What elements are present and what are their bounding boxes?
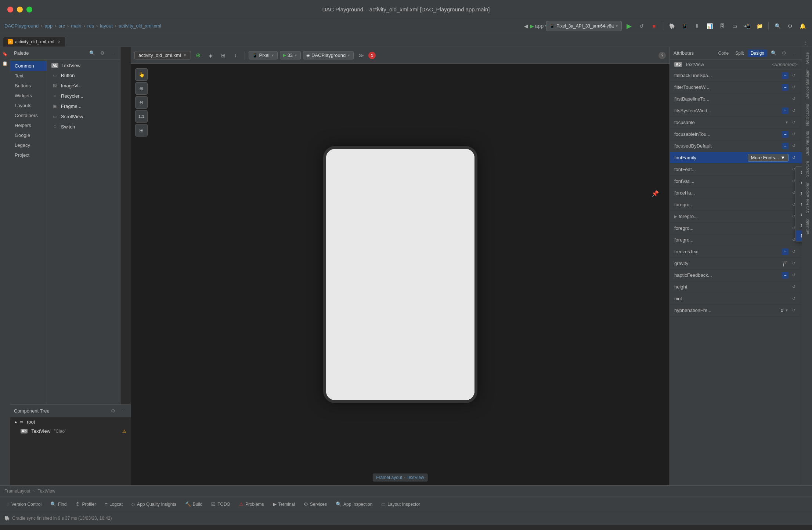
palette-item-recyclerview[interactable]: ≡ Recycler... [48,91,119,101]
font-option-serif[interactable]: serif [796,167,802,177]
emulator-strip[interactable]: Emulator [804,216,810,237]
zoom-out-tool[interactable]: ⊖ [135,96,148,109]
inner-breadcrumb-textview[interactable]: TextView [38,489,55,494]
attr-minimize[interactable]: − [791,50,798,57]
device-select[interactable]: 📱 Pixel ▼ [249,51,278,59]
notifications-strip[interactable]: Notifications [804,102,810,128]
problems-btn[interactable]: ⚠ Problems [235,500,268,508]
attr-row-fontfamily[interactable]: fontFamily More Fonts... ▼ serif monospa… [670,152,802,164]
bookmarks-strip[interactable]: 🔖 [1,50,9,58]
cat-helpers[interactable]: Helpers [10,120,47,130]
terminal-btn[interactable]: ▶ Terminal [269,500,299,508]
attr-minus-focusableintou[interactable]: − [782,131,788,138]
attr-settings[interactable]: ⚙ [780,50,788,57]
design-view-btn[interactable]: Design [748,50,767,57]
font-option-sans-serif-smallcaps[interactable]: sans-serif-smallcaps [796,220,802,230]
notifications-button[interactable]: 🔔 [797,21,808,31]
palette-item-switch[interactable]: ⊙ Switch [48,121,119,132]
attr-reset-fallback[interactable]: ↺ [790,72,797,79]
attr-reset-focusedbydefault[interactable]: ↺ [790,142,797,150]
split-view-btn[interactable]: Split [732,50,747,57]
database-button[interactable]: 🗄 [717,21,727,31]
breadcrumb-file[interactable]: activity_old_xml.xml [119,23,161,29]
attr-search[interactable]: 🔍 [770,50,777,57]
orientation-btn[interactable]: ⊞ [218,50,228,61]
attr-minus-freezestext[interactable]: − [782,248,788,255]
tab-close[interactable]: × [58,39,61,44]
attr-reset-hapticfeedback[interactable]: ↺ [790,272,797,279]
svn-file-explorer-strip[interactable]: Svn File Explorer [804,180,810,215]
run-button[interactable]: ▶ [624,21,634,31]
cat-common[interactable]: Common [10,61,47,71]
breadcrumb-app[interactable]: app [45,23,53,29]
device-dropdown[interactable]: 📱 Pixel_3a_API_33_arm64-v8a ▼ [546,21,622,31]
blueprint-btn[interactable]: ⊕ [193,50,203,61]
build-variants-strip[interactable]: Build Variants [804,129,810,158]
tree-root[interactable]: ▸ ▭ root [10,417,131,426]
gradle-sync[interactable]: 🐘 [667,21,677,31]
attr-minus-hapticfeedback[interactable]: − [782,272,788,279]
todo-btn[interactable]: ☑ TODO [207,500,234,508]
rerun-button[interactable]: ↺ [636,21,647,31]
attr-reset-fontfamily[interactable]: ↺ [790,154,797,161]
palette-item-textview[interactable]: Ab TextView [48,61,119,70]
find-btn[interactable]: 🔍 Find [47,500,70,508]
cat-google[interactable]: Google [10,130,47,140]
palette-item-scrollview[interactable]: ▭ ScrollView [48,111,119,121]
layout-inspector-btn[interactable]: ▭ Layout Inspector [378,500,424,508]
app-dropdown[interactable]: ▶ app ▼ [534,21,544,31]
fit-screen-tool[interactable]: ⊞ [135,124,148,137]
cat-layouts[interactable]: Layouts [10,101,47,110]
file-tab[interactable]: X activity_old_xml.xml × [3,37,65,47]
breadcrumb-dacplayground[interactable]: DACPlayground [4,23,39,29]
cat-widgets[interactable]: Widgets [10,91,47,101]
breadcrumb-res[interactable]: res [87,23,94,29]
tab-options-button[interactable]: ⋮ [801,38,809,47]
canvas-breadcrumb-framelayout[interactable]: FrameLayout [376,475,402,480]
palette-item-imageview[interactable]: 🖼 ImageVi... [48,80,119,91]
zoom-tool[interactable]: ⊕ [135,82,148,95]
breadcrumb-layout[interactable]: layout [100,23,113,29]
cat-text[interactable]: Text [10,71,47,81]
breadcrumb-main[interactable]: main [71,23,81,29]
app-inspection-btn[interactable]: 🔍 App Inspection [332,500,376,508]
attr-reset-focusable[interactable]: ↺ [790,119,797,126]
gradle-strip[interactable]: Gradle [804,50,810,66]
attr-reset-height[interactable]: ↺ [790,283,797,291]
device-file[interactable]: 📁 [754,21,765,31]
code-view-btn[interactable]: Code [715,50,732,57]
profiler-btn[interactable]: ⏱ Profiler [72,500,100,508]
palette-search[interactable]: 🔍 [89,50,96,57]
attr-minus-fitssystem[interactable]: − [782,108,788,114]
device-manager-strip[interactable]: Device Manager [804,67,810,101]
design-surface-btn[interactable]: ◈ [206,50,216,61]
attr-reset-focusableintou[interactable]: ↺ [790,131,797,138]
zoom-ratio[interactable]: 1:1 [135,110,148,123]
cat-containers[interactable]: Containers [10,110,47,120]
canvas-breadcrumb-textview[interactable]: TextView [407,475,424,480]
search-everywhere[interactable]: 🔍 [772,21,783,31]
close-button[interactable] [7,7,13,12]
attr-reset-fitssystem[interactable]: ↺ [790,107,797,115]
cat-project[interactable]: Project [10,150,47,160]
attr-minus-filter[interactable]: − [782,84,788,91]
attr-reset-freezestext[interactable]: ↺ [790,248,797,255]
palette-item-button[interactable]: ▭ Button [48,70,119,80]
palette-minimize[interactable]: − [109,50,116,57]
structure-strip[interactable]: 📋 [1,59,9,68]
app-quality-btn[interactable]: ◇ App Quality Insights [128,500,180,508]
attr-reset-firstbaseline[interactable]: ↺ [790,95,797,103]
project-select[interactable]: ◉ DACPlayground ▼ [303,51,354,59]
tree-textview[interactable]: Ab TextView "Ciao" ⚠ [16,426,131,436]
attr-minus-focusedbydefault[interactable]: − [782,143,788,149]
palette-settings[interactable]: ⚙ [99,50,106,57]
variant-btn[interactable]: ≫ [356,50,366,61]
api-select[interactable]: ▶ 33 ▼ [280,51,301,59]
breadcrumb-src[interactable]: src [59,23,65,29]
help-button[interactable]: ? [658,52,666,59]
font-option-casual[interactable]: casual [796,199,802,209]
minimize-button[interactable] [17,7,23,12]
pan-tool[interactable]: 👆 [135,68,148,81]
version-control-btn[interactable]: ⑂ Version Control [3,500,45,508]
profiler-button[interactable]: 📊 [704,21,715,31]
